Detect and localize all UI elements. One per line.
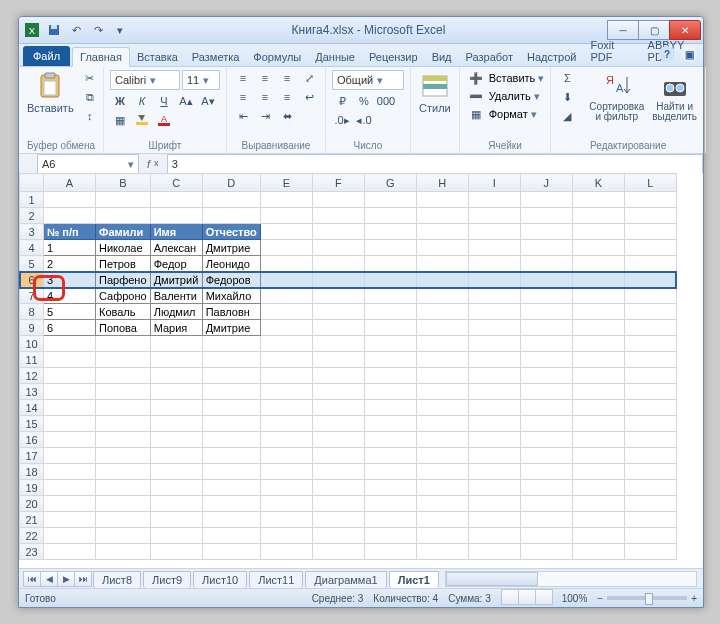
sheet-tab[interactable]: Лист10 xyxy=(193,571,247,588)
cell[interactable] xyxy=(312,384,364,400)
cell[interactable] xyxy=(44,400,96,416)
italic-icon[interactable]: К xyxy=(132,93,152,109)
sheet-tab[interactable]: Лист1 xyxy=(389,571,439,588)
cell[interactable] xyxy=(312,528,364,544)
row-header[interactable]: 15 xyxy=(20,416,44,432)
cell[interactable] xyxy=(364,368,416,384)
row-header[interactable]: 2 xyxy=(20,208,44,224)
cell[interactable] xyxy=(150,368,202,384)
cell[interactable] xyxy=(150,528,202,544)
cell[interactable] xyxy=(624,400,676,416)
cell[interactable] xyxy=(364,224,416,240)
align-right-icon[interactable]: ≡ xyxy=(277,89,297,105)
cell[interactable]: Попова xyxy=(96,320,151,336)
cell[interactable] xyxy=(624,208,676,224)
view-buttons[interactable] xyxy=(501,589,552,607)
cell[interactable] xyxy=(572,224,624,240)
cell[interactable] xyxy=(572,336,624,352)
cell[interactable] xyxy=(202,464,260,480)
tab-view[interactable]: Вид xyxy=(425,48,459,66)
row-header[interactable]: 13 xyxy=(20,384,44,400)
name-box[interactable]: A6▾ xyxy=(37,154,139,174)
cell[interactable] xyxy=(416,480,468,496)
row-header[interactable]: 7 xyxy=(20,288,44,304)
cell[interactable] xyxy=(312,512,364,528)
cell[interactable] xyxy=(520,304,572,320)
cell[interactable] xyxy=(312,432,364,448)
cell[interactable] xyxy=(416,496,468,512)
cell[interactable] xyxy=(468,256,520,272)
cell[interactable] xyxy=(364,192,416,208)
cell[interactable] xyxy=(416,544,468,560)
cell[interactable] xyxy=(312,304,364,320)
cell[interactable]: 4 xyxy=(44,288,96,304)
paste-button[interactable]: Вставить xyxy=(25,70,76,116)
cell[interactable] xyxy=(624,192,676,208)
cell[interactable] xyxy=(44,192,96,208)
cell[interactable] xyxy=(44,352,96,368)
cell[interactable] xyxy=(624,480,676,496)
cell[interactable] xyxy=(572,448,624,464)
cell[interactable] xyxy=(44,368,96,384)
cell[interactable] xyxy=(260,496,312,512)
cell[interactable]: Дмитрие xyxy=(202,320,260,336)
cell[interactable] xyxy=(624,288,676,304)
save-icon[interactable] xyxy=(45,22,63,38)
cell[interactable] xyxy=(96,192,151,208)
row-header[interactable]: 22 xyxy=(20,528,44,544)
cell[interactable] xyxy=(44,448,96,464)
cell[interactable] xyxy=(96,384,151,400)
cell[interactable] xyxy=(468,400,520,416)
cell[interactable] xyxy=(96,544,151,560)
merge-icon[interactable]: ⬌ xyxy=(277,108,297,124)
comma-icon[interactable]: 000 xyxy=(376,93,396,109)
tab-addins[interactable]: Надстрой xyxy=(520,48,583,66)
cell[interactable] xyxy=(260,384,312,400)
help-icon[interactable]: ? xyxy=(659,46,675,62)
cell[interactable] xyxy=(520,352,572,368)
cell[interactable]: Алексан xyxy=(150,240,202,256)
autosum-icon[interactable]: Σ xyxy=(557,70,577,86)
cell[interactable] xyxy=(202,512,260,528)
cell[interactable] xyxy=(312,480,364,496)
cell[interactable] xyxy=(468,544,520,560)
row-header[interactable]: 21 xyxy=(20,512,44,528)
cell[interactable] xyxy=(96,512,151,528)
cell[interactable] xyxy=(468,304,520,320)
cell[interactable] xyxy=(416,384,468,400)
cell[interactable] xyxy=(44,208,96,224)
tab-data[interactable]: Данные xyxy=(308,48,362,66)
cell[interactable] xyxy=(520,432,572,448)
cell[interactable] xyxy=(468,224,520,240)
cell[interactable] xyxy=(150,416,202,432)
cell[interactable] xyxy=(44,384,96,400)
cell[interactable] xyxy=(364,416,416,432)
cell[interactable] xyxy=(260,288,312,304)
cell[interactable] xyxy=(202,368,260,384)
cell[interactable] xyxy=(260,192,312,208)
dec-decimal-icon[interactable]: ◂.0 xyxy=(354,112,374,128)
cell[interactable] xyxy=(202,480,260,496)
cell[interactable] xyxy=(520,240,572,256)
undo-icon[interactable]: ↶ xyxy=(67,22,85,38)
indent-icon[interactable]: ⇥ xyxy=(255,108,275,124)
cell[interactable] xyxy=(150,192,202,208)
cell[interactable] xyxy=(202,336,260,352)
sheet-nav-next-icon[interactable]: ▶ xyxy=(57,571,75,587)
tab-foxit[interactable]: Foxit PDF xyxy=(583,36,640,66)
cell[interactable] xyxy=(468,352,520,368)
cell[interactable] xyxy=(260,432,312,448)
cell[interactable] xyxy=(260,272,312,288)
cell[interactable] xyxy=(572,208,624,224)
cell[interactable]: Николае xyxy=(96,240,151,256)
cell[interactable] xyxy=(416,256,468,272)
cell[interactable] xyxy=(364,288,416,304)
cell[interactable] xyxy=(520,192,572,208)
cell[interactable] xyxy=(572,368,624,384)
cell[interactable] xyxy=(96,432,151,448)
cell[interactable] xyxy=(416,240,468,256)
cell[interactable]: Федоров xyxy=(202,272,260,288)
cell[interactable]: Людмил xyxy=(150,304,202,320)
cell[interactable] xyxy=(260,400,312,416)
cell[interactable] xyxy=(520,288,572,304)
